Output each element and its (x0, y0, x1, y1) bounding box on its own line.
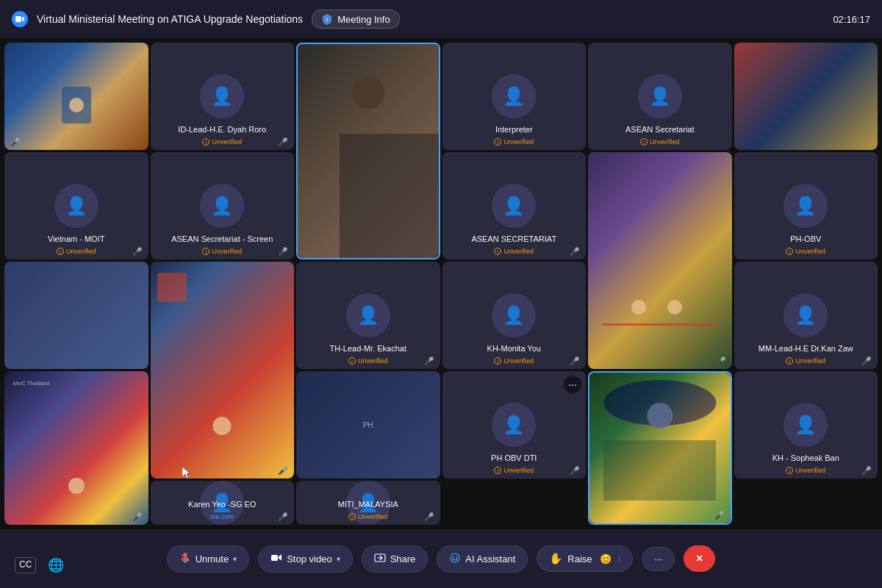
info-icon-id-lead: i (202, 138, 209, 146)
avatar-asean-screen: 👤 (200, 184, 244, 228)
share-label: Share (390, 553, 416, 564)
cell-miti-malaysia[interactable]: 👤 MITI_MALAYSIA iUnverified 🎤 (296, 481, 440, 525)
cell-th-lead[interactable]: 👤 TH-Lead-Mr. Ekachat iUnverified 🎤 (296, 262, 440, 369)
shield-icon: i (321, 13, 333, 25)
info-icon-ph-obv-dti: i (494, 467, 501, 474)
mute-icon-kh-monita: 🎤 (570, 356, 580, 366)
avatar-interpreter: 👤 (492, 74, 536, 118)
cell-cambodia[interactable]: 🎤 (588, 152, 732, 369)
raise-button[interactable]: ✋ Raise 😊 | (537, 545, 633, 572)
cell-label-kh-monita: KH-Monita You (442, 344, 587, 353)
avatar-asean-top: 👤 (638, 74, 682, 118)
unmute-label: Unmute (196, 553, 229, 564)
mute-icon-mm-lead: 🎤 (861, 356, 872, 366)
svg-rect-4 (271, 555, 278, 561)
cell-active-speaker[interactable] (296, 43, 440, 259)
unverified-ph-obv: iUnverified (734, 248, 878, 255)
cell-mm-lead[interactable]: 👤 MM-Lead-H.E Dr.Kan Zaw iUnverified 🎤 (734, 262, 878, 369)
mute-icon-cambodia: 🎤 (716, 356, 726, 366)
avatar-asean-main: 👤 (492, 184, 536, 228)
svg-point-7 (453, 556, 454, 558)
top-bar-left: Virtual Ministerial Meeting on ATIGA Upg… (12, 10, 400, 29)
cell-label-vietnam: Vietnam - MOIT (4, 234, 148, 243)
info-icon-th-lead: i (348, 357, 356, 365)
cell-interpreter[interactable]: 👤 Interpreter iUnverified (442, 43, 587, 150)
cell-label-interpreter: Interpreter (442, 125, 587, 134)
three-dot-button-ph-obv-dti[interactable]: ··· (564, 376, 581, 393)
mute-icon-ph-obv-dti: 🎤 (570, 466, 580, 476)
mute-icon-th-lead: 🎤 (424, 356, 434, 366)
share-button[interactable]: Share (362, 545, 429, 573)
ai-assistant-button[interactable]: AI Assistant (437, 545, 528, 573)
info-icon-asean-top: i (640, 138, 648, 146)
meeting-info-button[interactable]: i Meeting Info (312, 10, 400, 29)
avatar-kh-monita: 👤 (492, 293, 536, 337)
info-icon-kh-monita: i (494, 357, 501, 365)
cell-karen-yeo[interactable]: 👤 Karen Yeo -SG EO me.com 🎤 (151, 481, 295, 525)
cell-id-lead[interactable]: 👤 ID-Lead-H.E. Dyah Roro iUnverified 🎤 (151, 43, 295, 150)
mute-icon-vietnam: 🎤 (10, 137, 21, 147)
cell-partial-top-right[interactable] (734, 43, 878, 150)
cell-ph-obv-dti[interactable]: 👤 PH OBV DTI iUnverified 🎤 ··· (442, 371, 587, 478)
cell-malaysia-lead[interactable]: 🎤 (588, 371, 732, 525)
stop-video-caret: ▾ (337, 555, 340, 563)
avatar-ph-obv-dti: 👤 (492, 403, 536, 447)
cell-kh-sopheak[interactable]: 👤 KH - Sopheak Ban iUnverified 🎤 (734, 371, 878, 478)
meeting-title: Virtual Ministerial Meeting on ATIGA Upg… (37, 13, 303, 25)
captions-button[interactable]: CC (15, 557, 36, 573)
meeting-timer: 02:16:17 (833, 14, 870, 25)
avatar-th-lead: 👤 (346, 293, 390, 337)
cell-vietnam-moit-label[interactable]: 👤 Vietnam - MOIT iUnverified 🎤 (4, 152, 148, 259)
svg-rect-0 (15, 16, 21, 22)
cell-asean-secretariat-top[interactable]: 👤 ASEAN Secretariat iUnverified (588, 43, 732, 150)
globe-button[interactable]: 🌐 (48, 557, 64, 573)
avatar-id-lead: 👤 (200, 74, 244, 118)
info-icon-ph-obv: i (786, 248, 793, 255)
zoom-logo (12, 11, 28, 27)
avatar-kh-sopheak: 👤 (784, 403, 828, 447)
info-icon-asean-screen: i (202, 248, 209, 255)
mute-icon-thailand: 🎤 (132, 512, 143, 522)
cell-asean-secretariat-main[interactable]: 👤 ASEAN SECRETARIAT iUnverified 🎤 (442, 152, 587, 259)
more-label: ··· (654, 553, 662, 564)
unverified-mm-lead: iUnverified (734, 357, 878, 365)
cell-laos[interactable]: 🎤 (151, 262, 295, 478)
cell-vietnam[interactable]: 🎤 (4, 43, 148, 150)
avatar-ph-obv: 👤 (784, 184, 828, 228)
cell-asean-screen[interactable]: 👤 ASEAN Secretariat - Screen iUnverified… (151, 152, 295, 259)
cell-label-asean-main: ASEAN SECRETARIAT (442, 234, 587, 243)
unverified-asean-screen: iUnverified (151, 248, 295, 255)
unverified-miti-malaysia: iUnverified (296, 513, 440, 520)
ai-icon (449, 552, 461, 566)
cell-ph-partial[interactable]: PH (296, 371, 440, 478)
svg-point-8 (456, 556, 457, 558)
bottom-toolbar: CC 🌐 Unmute ▾ Stop video ▾ (0, 529, 882, 588)
cell-partial-right[interactable] (4, 262, 148, 369)
cell-thailand[interactable]: MoC Thailand 🎤 (4, 371, 148, 525)
unmute-button[interactable]: Unmute ▾ (167, 545, 250, 573)
more-button[interactable]: ··· (642, 547, 675, 571)
sub-label-karen-yeo: me.com (151, 513, 295, 520)
cell-label-id-lead: ID-Lead-H.E. Dyah Roro (151, 125, 295, 134)
cell-label-th-lead: TH-Lead-Mr. Ekachat (296, 344, 440, 353)
mute-icon-asean-screen: 🎤 (278, 247, 288, 257)
svg-text:i: i (326, 17, 328, 22)
mute-icon-karen-yeo: 🎤 (278, 512, 288, 522)
unverified-ph-obv-dti: iUnverified (442, 467, 587, 474)
cell-label-miti-malaysia: MITI_MALAYSIA (296, 500, 440, 509)
microphone-muted-icon (179, 552, 191, 566)
info-icon-interpreter: i (494, 138, 501, 146)
stop-video-button[interactable]: Stop video ▾ (258, 545, 352, 573)
cell-kh-monita[interactable]: 👤 KH-Monita You iUnverified 🎤 (442, 262, 587, 369)
end-button[interactable]: × (684, 545, 715, 572)
cell-label-karen-yeo: Karen Yeo -SG EO (151, 500, 295, 509)
unverified-id-lead: iUnverified (151, 138, 295, 146)
cell-label-asean-screen: ASEAN Secretariat - Screen (151, 234, 295, 243)
unverified-th-lead: iUnverified (296, 357, 440, 365)
top-bar: Virtual Ministerial Meeting on ATIGA Upg… (0, 0, 882, 38)
ai-assistant-label: AI Assistant (465, 553, 515, 564)
cell-ph-obv[interactable]: 👤 PH-OBV iUnverified (734, 152, 878, 259)
mute-icon-malaysia: 🎤 (714, 511, 725, 520)
video-icon (270, 552, 282, 566)
unverified-vietnam: iUnverified (4, 248, 148, 255)
